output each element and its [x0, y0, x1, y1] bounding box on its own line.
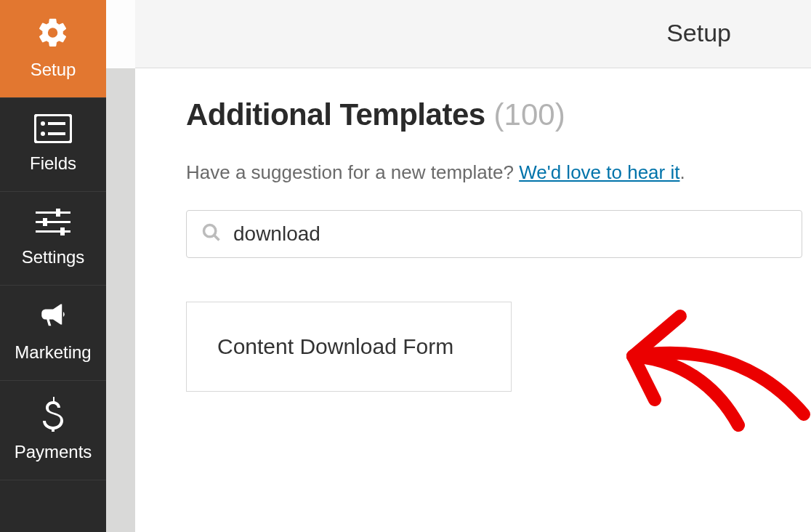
suggestion-line: Have a suggestion for a new template? We… [186, 161, 811, 184]
search-box[interactable] [186, 210, 802, 258]
svg-rect-2 [48, 122, 65, 125]
shadow-stripe [106, 68, 135, 532]
sidebar-item-marketing[interactable]: Marketing [0, 286, 106, 381]
bullhorn-icon [36, 302, 70, 335]
page-title: Setup [666, 19, 731, 47]
search-icon [201, 222, 222, 246]
content: Additional Templates (100) Have a sugges… [135, 68, 811, 392]
svg-point-1 [41, 121, 45, 126]
sliders-icon [36, 208, 70, 240]
suggestion-text: Have a suggestion for a new template? [186, 161, 519, 183]
svg-point-11 [204, 225, 216, 237]
main-panel: Setup Additional Templates (100) Have a … [135, 0, 811, 532]
main-area: Setup Additional Templates (100) Have a … [106, 0, 811, 532]
sidebar-item-label: Payments [15, 442, 92, 462]
template-card-title: Content Download Form [217, 331, 480, 362]
svg-rect-4 [48, 132, 65, 135]
sidebar: Setup Fields Settings [0, 0, 106, 532]
svg-rect-0 [35, 115, 71, 142]
dollar-icon [43, 397, 63, 435]
search-input[interactable] [233, 222, 787, 246]
heading-count: (100) [494, 97, 565, 132]
topbar: Setup [135, 0, 811, 68]
sidebar-item-fields[interactable]: Fields [0, 98, 106, 192]
suggestion-link[interactable]: We'd love to hear it [519, 161, 679, 183]
sidebar-item-label: Setup [31, 60, 76, 80]
svg-point-3 [41, 132, 45, 136]
svg-rect-5 [36, 211, 70, 214]
svg-rect-7 [36, 230, 70, 233]
sidebar-item-label: Settings [22, 247, 85, 267]
svg-rect-8 [56, 209, 60, 217]
gear-icon [36, 16, 70, 52]
sidebar-item-label: Fields [30, 153, 76, 174]
sidebar-item-setup[interactable]: Setup [0, 0, 106, 98]
sidebar-item-label: Marketing [15, 342, 91, 363]
svg-rect-6 [36, 221, 70, 223]
svg-rect-10 [60, 227, 65, 235]
sidebar-item-payments[interactable]: Payments [0, 381, 106, 480]
list-icon [34, 114, 72, 146]
section-heading: Additional Templates (100) [186, 97, 811, 132]
svg-line-12 [214, 235, 219, 241]
suggestion-period: . [679, 161, 685, 183]
heading-text: Additional Templates [186, 97, 485, 132]
template-card[interactable]: Content Download Form [186, 302, 512, 392]
svg-rect-9 [43, 218, 47, 226]
sidebar-item-settings[interactable]: Settings [0, 192, 106, 286]
